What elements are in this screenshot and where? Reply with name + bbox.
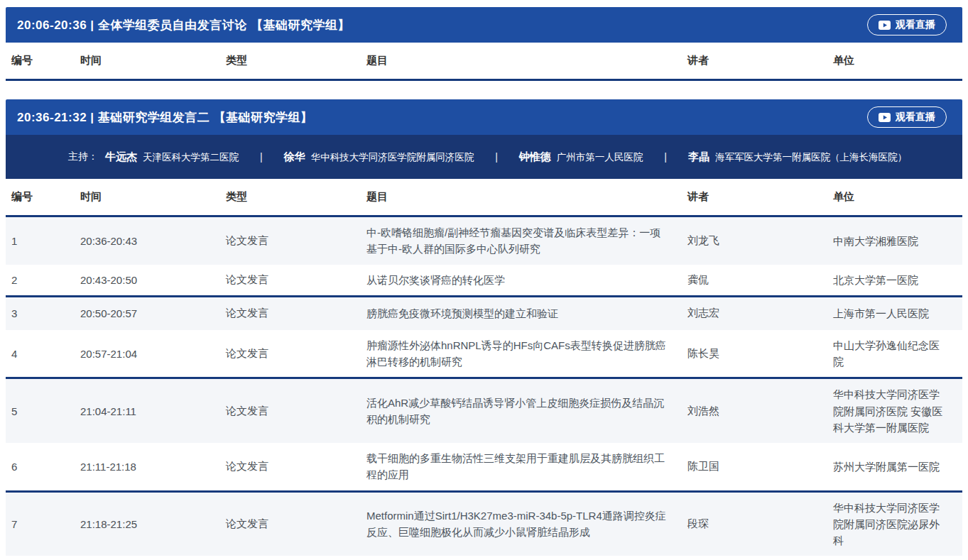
watch-live-button[interactable]: 观看直播 (867, 106, 947, 128)
row-affiliation: 上海交通大学附属儿童医院 (827, 556, 962, 560)
row-affiliation: 中南大学湘雅医院 (827, 226, 962, 256)
row-speaker: 陈长昊 (682, 340, 827, 368)
row-title: 活化AhR减少草酸钙结晶诱导肾小管上皮细胞炎症损伤及结晶沉积的机制研究 (361, 388, 682, 435)
moderator-name: 徐华 (284, 150, 305, 163)
row-speaker: 段琛 (682, 510, 827, 538)
session-header-bar: 20:36-21:32 | 基础研究学组发言二 【基础研究学组】 观看直播 (6, 99, 962, 135)
table-row: 3 20:50-20:57 论文发言 膀胱癌免疫微环境预测模型的建立和验证 刘志… (6, 297, 962, 330)
moderator-org: 华中科技大学同济医学院附属同济医院 (311, 152, 474, 163)
column-header-speaker: 讲者 (682, 183, 827, 211)
table-header-row: 编号 时间 类型 题目 讲者 单位 (6, 179, 962, 217)
column-header-title: 题目 (361, 183, 682, 211)
row-type: 论文发言 (220, 227, 361, 255)
row-time: 21:18-21:25 (75, 511, 220, 537)
column-header-speaker: 讲者 (682, 47, 827, 75)
column-header-org: 单位 (827, 183, 962, 211)
watch-live-label: 观看直播 (896, 111, 935, 123)
column-header-no: 编号 (6, 183, 75, 211)
moderator-item: 李晶海军军医大学第一附属医院（上海长海医院） (688, 150, 907, 164)
moderator-item: 徐华华中科技大学同济医学院附属同济医院 (284, 150, 474, 164)
row-speaker: 龚侃 (682, 266, 827, 294)
row-time: 20:57-21:04 (75, 341, 220, 367)
session-section-basic-research: 20:36-21:32 | 基础研究学组发言二 【基础研究学组】 观看直播 主持… (6, 99, 962, 560)
row-number: 7 (6, 511, 75, 537)
moderator-org: 海军军医大学第一附属医院（上海长海医院） (715, 152, 907, 163)
watch-live-button[interactable]: 观看直播 (867, 14, 947, 35)
column-header-type: 类型 (220, 183, 361, 211)
row-title: 载干细胞的多重生物活性三维支架用于重建肌层及其膀胱组织工程的应用 (361, 443, 682, 490)
row-title: 膀胱癌免疫微环境预测模型的建立和验证 (361, 298, 682, 329)
row-title: Metformin通过Sirt1/H3K27me3-miR-34b-5p-TLR… (361, 500, 682, 548)
row-number: 2 (6, 267, 75, 293)
row-affiliation: 北京大学第一医院 (827, 265, 962, 295)
row-title: 肿瘤源性外泌体hnRNPL诱导的HFs向CAFs表型转换促进膀胱癌淋巴转移的机制… (361, 330, 682, 378)
column-header-title: 题目 (361, 47, 682, 75)
row-number: 6 (6, 454, 75, 480)
moderator-org: 天津医科大学第二医院 (143, 152, 239, 163)
row-title: 中-欧嗜铬细胞瘤/副神经节瘤基因突变谱及临床表型差异：一项基于中-欧人群的国际多… (361, 217, 682, 265)
moderator-name: 牛远杰 (105, 150, 137, 163)
moderators-strip: 主持： 牛远杰天津医科大学第二医院 | 徐华华中科技大学同济医学院附属同济医院 … (6, 135, 962, 179)
moderator-divider: | (495, 151, 498, 163)
row-title: 基于全基因组关联分析在中国尿道下裂人群中发现新的易感区域12q13.13 (361, 556, 682, 560)
session-title: 20:36-21:32 | 基础研究学组发言二 【基础研究学组】 (17, 109, 313, 126)
row-number: 3 (6, 300, 75, 326)
row-time: 21:04-21:11 (75, 398, 220, 424)
moderator-divider: | (260, 151, 263, 163)
moderator-item: 牛远杰天津医科大学第二医院 (105, 150, 239, 164)
row-time: 20:36-20:43 (75, 228, 220, 254)
play-video-icon (879, 113, 891, 122)
column-header-time: 时间 (75, 47, 220, 75)
row-time: 21:11-21:18 (75, 454, 220, 480)
moderator-name: 钟惟德 (519, 150, 551, 163)
play-video-icon (879, 21, 891, 30)
moderator-item: 钟惟德广州市第一人民医院 (519, 150, 643, 164)
row-type: 论文发言 (220, 340, 361, 368)
session-title: 20:06-20:36 | 全体学组委员自由发言讨论 【基础研究学组】 (17, 17, 350, 33)
moderator-name: 李晶 (688, 150, 709, 163)
row-time: 20:43-20:50 (75, 267, 220, 293)
table-row: 7 21:18-21:25 论文发言 Metformin通过Sirt1/H3K2… (6, 493, 962, 556)
row-type: 论文发言 (220, 453, 361, 481)
watch-live-label: 观看直播 (896, 18, 935, 31)
table-row: 4 20:57-21:04 论文发言 肿瘤源性外泌体hnRNPL诱导的HFs向C… (6, 330, 962, 380)
session-section-discussion: 20:06-20:36 | 全体学组委员自由发言讨论 【基础研究学组】 观看直播… (6, 7, 962, 81)
row-number: 1 (6, 228, 75, 254)
table-row: 1 20:36-20:43 论文发言 中-欧嗜铬细胞瘤/副神经节瘤基因突变谱及临… (6, 217, 962, 265)
column-header-org: 单位 (827, 47, 962, 75)
row-type: 论文发言 (220, 300, 361, 327)
row-affiliation: 上海市第一人民医院 (827, 298, 962, 329)
row-affiliation: 中山大学孙逸仙纪念医院 (827, 330, 962, 378)
column-header-no: 编号 (6, 47, 75, 75)
row-title: 从诺贝尔奖谈肾癌的转化医学 (361, 265, 682, 295)
moderator-org: 广州市第一人民医院 (557, 152, 643, 163)
row-affiliation: 苏州大学附属第一医院 (827, 451, 962, 482)
column-header-time: 时间 (75, 183, 220, 211)
table-row: 2 20:43-20:50 论文发言 从诺贝尔奖谈肾癌的转化医学 龚侃 北京大学… (6, 265, 962, 297)
row-time: 20:50-20:57 (75, 300, 220, 326)
row-type: 论文发言 (220, 510, 361, 538)
row-type: 论文发言 (220, 266, 361, 294)
column-header-type: 类型 (220, 47, 361, 75)
table-row: 8 21:25-21:32 论文发言 基于全基因组关联分析在中国尿道下裂人群中发… (6, 556, 962, 560)
row-speaker: 刘志宏 (682, 300, 827, 327)
row-speaker: 刘浩然 (682, 397, 827, 425)
table-row: 6 21:11-21:18 论文发言 载干细胞的多重生物活性三维支架用于重建肌层… (6, 443, 962, 493)
row-affiliation: 华中科技大学同济医学院附属同济医院 安徽医科大学第一附属医院 (827, 379, 962, 443)
row-speaker: 陈卫国 (682, 453, 827, 481)
row-number: 5 (6, 398, 75, 424)
row-type: 论文发言 (220, 397, 361, 425)
conference-program-page: 20:06-20:36 | 全体学组委员自由发言讨论 【基础研究学组】 观看直播… (0, 0, 968, 560)
row-number: 4 (6, 341, 75, 367)
table-header-row: 编号 时间 类型 题目 讲者 单位 (6, 43, 962, 81)
row-affiliation: 华中科技大学同济医学院附属同济医院泌尿外科 (827, 493, 962, 556)
schedule-rows: 1 20:36-20:43 论文发言 中-欧嗜铬细胞瘤/副神经节瘤基因突变谱及临… (6, 217, 962, 560)
table-row: 5 21:04-21:11 论文发言 活化AhR减少草酸钙结晶诱导肾小管上皮细胞… (6, 379, 962, 443)
moderator-label: 主持： (68, 150, 98, 163)
session-header-bar: 20:06-20:36 | 全体学组委员自由发言讨论 【基础研究学组】 观看直播 (6, 7, 962, 43)
moderator-divider: | (664, 151, 667, 163)
row-speaker: 刘龙飞 (682, 227, 827, 255)
